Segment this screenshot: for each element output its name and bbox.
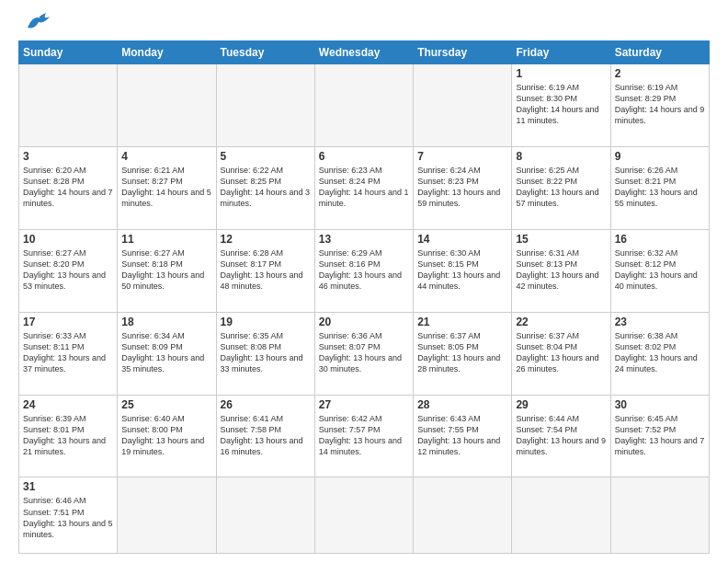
calendar-cell: 26Sunrise: 6:41 AM Sunset: 7:58 PM Dayli… (216, 395, 314, 477)
week-row-6: 31Sunrise: 6:46 AM Sunset: 7:51 PM Dayli… (19, 477, 710, 554)
logo-bird-icon (20, 11, 55, 33)
calendar-cell: 11Sunrise: 6:27 AM Sunset: 8:18 PM Dayli… (118, 229, 216, 312)
logo (18, 15, 55, 33)
calendar-cell: 22Sunrise: 6:37 AM Sunset: 8:04 PM Dayli… (512, 312, 610, 395)
calendar-cell: 5Sunrise: 6:22 AM Sunset: 8:25 PM Daylig… (216, 146, 314, 229)
calendar-cell (216, 477, 314, 554)
day-info: Sunrise: 6:34 AM Sunset: 8:09 PM Dayligh… (121, 330, 211, 375)
day-number: 19 (221, 316, 311, 328)
calendar-cell: 1Sunrise: 6:19 AM Sunset: 8:30 PM Daylig… (512, 64, 610, 147)
weekday-wednesday: Wednesday (314, 41, 413, 64)
day-number: 1 (516, 67, 606, 80)
calendar-cell: 3Sunrise: 6:20 AM Sunset: 8:28 PM Daylig… (19, 146, 118, 229)
day-info: Sunrise: 6:33 AM Sunset: 8:11 PM Dayligh… (23, 330, 113, 375)
calendar-cell: 4Sunrise: 6:21 AM Sunset: 8:27 PM Daylig… (118, 146, 216, 229)
day-info: Sunrise: 6:24 AM Sunset: 8:23 PM Dayligh… (417, 165, 507, 210)
page: SundayMondayTuesdayWednesdayThursdayFrid… (0, 0, 728, 563)
day-info: Sunrise: 6:45 AM Sunset: 7:52 PM Dayligh… (615, 413, 705, 458)
day-number: 13 (319, 233, 409, 246)
calendar-cell: 9Sunrise: 6:26 AM Sunset: 8:21 PM Daylig… (610, 146, 709, 229)
weekday-thursday: Thursday (414, 41, 512, 64)
week-row-5: 24Sunrise: 6:39 AM Sunset: 8:01 PM Dayli… (19, 395, 710, 477)
week-row-1: 1Sunrise: 6:19 AM Sunset: 8:30 PM Daylig… (19, 64, 710, 147)
day-number: 2 (615, 67, 705, 80)
calendar-cell: 16Sunrise: 6:32 AM Sunset: 8:12 PM Dayli… (610, 229, 709, 312)
calendar-cell (314, 477, 413, 554)
day-info: Sunrise: 6:42 AM Sunset: 7:57 PM Dayligh… (319, 413, 409, 458)
calendar-cell: 19Sunrise: 6:35 AM Sunset: 8:08 PM Dayli… (216, 312, 314, 395)
calendar-cell: 8Sunrise: 6:25 AM Sunset: 8:22 PM Daylig… (512, 146, 610, 229)
day-number: 18 (121, 316, 211, 328)
day-info: Sunrise: 6:37 AM Sunset: 8:04 PM Dayligh… (516, 330, 606, 375)
day-info: Sunrise: 6:19 AM Sunset: 8:30 PM Dayligh… (516, 82, 606, 127)
calendar-cell (314, 64, 413, 147)
day-info: Sunrise: 6:36 AM Sunset: 8:07 PM Dayligh… (319, 330, 409, 375)
calendar-table: SundayMondayTuesdayWednesdayThursdayFrid… (18, 40, 710, 554)
calendar-cell (414, 477, 512, 554)
weekday-monday: Monday (118, 41, 216, 64)
day-number: 27 (319, 398, 409, 411)
day-number: 23 (615, 316, 705, 328)
calendar-cell: 6Sunrise: 6:23 AM Sunset: 8:24 PM Daylig… (314, 146, 413, 229)
day-info: Sunrise: 6:22 AM Sunset: 8:25 PM Dayligh… (221, 165, 311, 210)
calendar-cell (414, 64, 512, 147)
weekday-saturday: Saturday (610, 41, 709, 64)
day-info: Sunrise: 6:19 AM Sunset: 8:29 PM Dayligh… (615, 82, 705, 127)
day-number: 11 (121, 233, 211, 246)
day-info: Sunrise: 6:25 AM Sunset: 8:22 PM Dayligh… (516, 165, 606, 210)
weekday-friday: Friday (512, 41, 610, 64)
calendar-cell: 27Sunrise: 6:42 AM Sunset: 7:57 PM Dayli… (314, 395, 413, 477)
calendar-cell (118, 477, 216, 554)
day-number: 30 (615, 398, 705, 411)
week-row-3: 10Sunrise: 6:27 AM Sunset: 8:20 PM Dayli… (19, 229, 710, 312)
calendar-cell: 15Sunrise: 6:31 AM Sunset: 8:13 PM Dayli… (512, 229, 610, 312)
day-info: Sunrise: 6:41 AM Sunset: 7:58 PM Dayligh… (221, 413, 311, 458)
day-info: Sunrise: 6:23 AM Sunset: 8:24 PM Dayligh… (319, 165, 409, 210)
day-number: 31 (23, 480, 113, 493)
calendar-cell: 30Sunrise: 6:45 AM Sunset: 7:52 PM Dayli… (610, 395, 709, 477)
day-info: Sunrise: 6:35 AM Sunset: 8:08 PM Dayligh… (221, 330, 311, 375)
weekday-tuesday: Tuesday (216, 41, 314, 64)
calendar-cell (512, 477, 610, 554)
day-info: Sunrise: 6:26 AM Sunset: 8:21 PM Dayligh… (615, 165, 705, 210)
calendar-cell: 7Sunrise: 6:24 AM Sunset: 8:23 PM Daylig… (414, 146, 512, 229)
weekday-header-row: SundayMondayTuesdayWednesdayThursdayFrid… (19, 41, 710, 64)
day-number: 17 (23, 316, 113, 328)
calendar-cell: 14Sunrise: 6:30 AM Sunset: 8:15 PM Dayli… (414, 229, 512, 312)
day-info: Sunrise: 6:38 AM Sunset: 8:02 PM Dayligh… (615, 330, 705, 375)
day-number: 12 (221, 233, 311, 246)
day-number: 9 (615, 150, 705, 163)
calendar-cell: 13Sunrise: 6:29 AM Sunset: 8:16 PM Dayli… (314, 229, 413, 312)
day-number: 26 (221, 398, 311, 411)
week-row-4: 17Sunrise: 6:33 AM Sunset: 8:11 PM Dayli… (19, 312, 710, 395)
week-row-2: 3Sunrise: 6:20 AM Sunset: 8:28 PM Daylig… (19, 146, 710, 229)
calendar-cell: 25Sunrise: 6:40 AM Sunset: 8:00 PM Dayli… (118, 395, 216, 477)
day-info: Sunrise: 6:44 AM Sunset: 7:54 PM Dayligh… (516, 413, 606, 458)
day-number: 15 (516, 233, 606, 246)
day-number: 6 (319, 150, 409, 163)
calendar-cell: 28Sunrise: 6:43 AM Sunset: 7:55 PM Dayli… (414, 395, 512, 477)
day-number: 8 (516, 150, 606, 163)
day-number: 16 (615, 233, 705, 246)
calendar-cell: 20Sunrise: 6:36 AM Sunset: 8:07 PM Dayli… (314, 312, 413, 395)
calendar-cell (19, 64, 118, 147)
day-info: Sunrise: 6:30 AM Sunset: 8:15 PM Dayligh… (417, 247, 507, 293)
day-number: 22 (516, 316, 606, 328)
day-number: 10 (23, 233, 113, 246)
day-info: Sunrise: 6:39 AM Sunset: 8:01 PM Dayligh… (23, 413, 113, 458)
calendar-cell: 12Sunrise: 6:28 AM Sunset: 8:17 PM Dayli… (216, 229, 314, 312)
day-info: Sunrise: 6:27 AM Sunset: 8:20 PM Dayligh… (23, 247, 113, 293)
day-number: 7 (417, 150, 507, 163)
day-number: 3 (23, 150, 113, 163)
day-number: 20 (319, 316, 409, 328)
calendar-cell: 31Sunrise: 6:46 AM Sunset: 7:51 PM Dayli… (19, 477, 118, 554)
day-number: 14 (417, 233, 507, 246)
calendar-cell: 17Sunrise: 6:33 AM Sunset: 8:11 PM Dayli… (19, 312, 118, 395)
calendar-cell: 21Sunrise: 6:37 AM Sunset: 8:05 PM Dayli… (414, 312, 512, 395)
day-info: Sunrise: 6:29 AM Sunset: 8:16 PM Dayligh… (319, 247, 409, 293)
day-number: 25 (121, 398, 211, 411)
calendar-cell: 2Sunrise: 6:19 AM Sunset: 8:29 PM Daylig… (610, 64, 709, 147)
day-number: 21 (417, 316, 507, 328)
day-info: Sunrise: 6:43 AM Sunset: 7:55 PM Dayligh… (417, 413, 507, 458)
header (18, 15, 710, 33)
